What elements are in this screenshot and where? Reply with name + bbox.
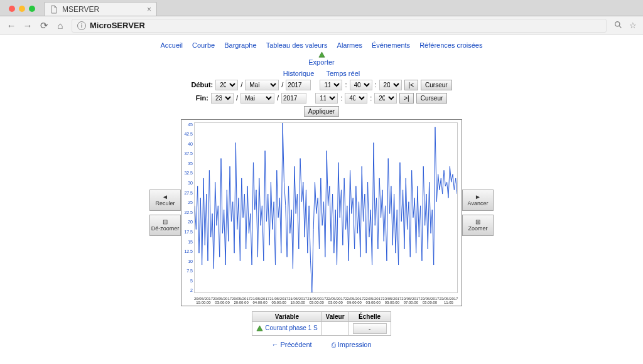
url-field[interactable]: i MicroSERVER: [72, 19, 607, 33]
dezoom-button[interactable]: ⊟Dé-zoomer: [149, 215, 181, 236]
end-year-input[interactable]: [281, 93, 306, 104]
maximize-window-icon[interactable]: [29, 6, 35, 12]
nav-historique[interactable]: Historique: [283, 70, 315, 77]
date-start-row: Début: 20 / Mai / 11 : 40 : 20 |< Curseu…: [0, 80, 643, 90]
nav-evenements[interactable]: Événements: [372, 41, 410, 49]
nav-courbe[interactable]: Courbe: [192, 41, 215, 49]
start-cursor-first-button[interactable]: |<: [404, 80, 418, 90]
warning-icon: [256, 325, 263, 332]
home-icon[interactable]: ⌂: [55, 20, 65, 31]
label-debut: Début:: [191, 81, 213, 88]
start-min-select[interactable]: 40: [350, 80, 372, 90]
apply-button[interactable]: Appliquer: [304, 106, 339, 117]
nav-references[interactable]: Références croisées: [419, 41, 482, 49]
site-info-icon[interactable]: i: [77, 21, 86, 30]
close-window-icon[interactable]: [9, 6, 15, 12]
end-cursor-button[interactable]: Curseur: [416, 93, 448, 104]
chart-frame: 4542.54037.53532.53027.52522.52017.51512…: [181, 119, 462, 306]
legend-h-valeur: Valeur: [322, 311, 349, 321]
reload-icon[interactable]: ⟳: [39, 20, 49, 31]
browser-tab[interactable]: MSERVER ×: [44, 2, 157, 16]
nav-exporter[interactable]: Exporter: [308, 58, 335, 66]
arrow-left-icon: ◄: [162, 194, 168, 200]
chart-plot[interactable]: [194, 122, 458, 293]
tab-close-icon[interactable]: ×: [147, 5, 151, 14]
forward-icon[interactable]: →: [23, 20, 33, 31]
end-cursor-last-button[interactable]: >|: [399, 93, 413, 104]
avancer-button[interactable]: ►Avancer: [462, 190, 494, 211]
search-icon[interactable]: [613, 20, 623, 31]
impression-link[interactable]: ⎙ Impression: [332, 341, 372, 348]
nav-bargraphe[interactable]: Bargraphe: [224, 41, 256, 49]
address-bar: ← → ⟳ ⌂ i MicroSERVER ☆: [0, 16, 643, 35]
start-year-input[interactable]: [286, 80, 311, 90]
start-month-select[interactable]: Mai: [245, 80, 279, 90]
nav-temps-reel[interactable]: Temps réel: [326, 70, 360, 77]
arrow-right-icon: ►: [475, 194, 481, 200]
browser-tab-bar: MSERVER ×: [0, 0, 643, 16]
end-sec-select[interactable]: 20: [374, 93, 397, 104]
legend-var-link[interactable]: Courant phase 1 S: [265, 324, 317, 331]
end-month-select[interactable]: Mai: [240, 93, 274, 104]
top-nav: Accueil Courbe Bargraphe Tableau des val…: [0, 41, 643, 49]
svg-marker-2: [318, 52, 324, 57]
bottom-links: ← Précédent ⎙ Impression: [0, 341, 643, 348]
tab-title: MSERVER: [62, 5, 99, 14]
zoom-out-icon: ⊟: [163, 219, 168, 225]
svg-marker-3: [257, 326, 262, 331]
label-fin: Fin:: [196, 94, 208, 102]
minimize-window-icon[interactable]: [19, 6, 25, 12]
zoomer-button[interactable]: ⊞Zoomer: [462, 215, 494, 236]
nav-tableau[interactable]: Tableau des valeurs: [266, 41, 328, 49]
export-icon: [318, 51, 325, 58]
start-sec-select[interactable]: 20: [379, 80, 402, 90]
start-hour-select[interactable]: 11: [320, 80, 342, 90]
start-cursor-button[interactable]: Curseur: [421, 80, 452, 90]
bookmark-icon[interactable]: ☆: [629, 21, 637, 30]
arrow-left-icon: ←: [271, 341, 278, 348]
legend-table: Variable Valeur Échelle Courant phase 1 …: [252, 311, 391, 336]
legend-h-variable: Variable: [252, 311, 322, 321]
print-icon: ⎙: [332, 341, 336, 348]
svg-point-0: [615, 22, 619, 26]
date-end-row: Fin: 23 / Mai / 11 : 40 : 20 >| Curseur: [0, 93, 643, 104]
nav-alarmes[interactable]: Alarmes: [337, 41, 362, 49]
legend-val: [322, 321, 349, 335]
start-day-select[interactable]: 20: [215, 80, 238, 90]
x-axis: 20/05/201715:00:0020/05/201703:00:0020/0…: [194, 297, 458, 304]
nav-accueil[interactable]: Accueil: [161, 41, 183, 49]
window-controls: [9, 6, 35, 12]
back-icon[interactable]: ←: [6, 20, 16, 31]
y-axis: 4542.54037.53532.53027.52522.52017.51512…: [183, 122, 193, 293]
table-row: Courant phase 1 S: [252, 321, 391, 335]
legend-h-echelle: Échelle: [349, 311, 391, 321]
legend-echelle-input[interactable]: [353, 323, 387, 334]
reculer-button[interactable]: ◄Reculer: [149, 190, 181, 211]
svg-line-1: [619, 26, 621, 28]
end-day-select[interactable]: 23: [211, 93, 234, 104]
end-min-select[interactable]: 40: [345, 93, 367, 104]
precedent-link[interactable]: ← Précédent: [271, 341, 311, 348]
zoom-in-icon: ⊞: [475, 219, 480, 225]
page-icon: [50, 5, 58, 14]
end-hour-select[interactable]: 11: [315, 93, 338, 104]
url-text: MicroSERVER: [90, 21, 145, 30]
